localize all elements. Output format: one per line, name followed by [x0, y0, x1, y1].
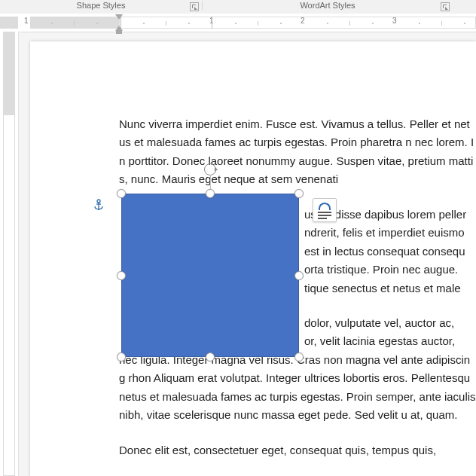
- ruler-number: 3: [392, 17, 397, 25]
- paragraph-line[interactable]: orta tristique. Proin nec augue.: [304, 261, 476, 279]
- selected-shape[interactable]: [121, 194, 299, 357]
- paragraph-line[interactable]: est in lectus consequat consequ: [304, 243, 476, 261]
- resize-handle-bl[interactable]: [117, 352, 126, 362]
- rotate-handle[interactable]: [204, 163, 216, 175]
- vertical-ruler[interactable]: [0, 32, 19, 476]
- group-wordart-styles: WordArt Styles: [300, 1, 355, 10]
- rectangle-shape[interactable]: [121, 194, 299, 357]
- resize-handle-mr[interactable]: [294, 271, 304, 280]
- paragraph-line[interactable]: tique senectus et netus et male: [304, 279, 476, 298]
- left-indent-marker[interactable]: [115, 26, 123, 31]
- shape-styles-launcher[interactable]: [190, 2, 199, 11]
- paragraph[interactable]: Nunc viverra imperdiet enim. Fusce est. …: [119, 115, 476, 189]
- object-anchor-icon[interactable]: [93, 199, 104, 215]
- resize-handle-br[interactable]: [294, 352, 304, 362]
- ruler-number: 2: [301, 17, 305, 25]
- layout-options-button[interactable]: [313, 198, 337, 222]
- layout-options-icon: [313, 199, 336, 221]
- first-line-indent-marker[interactable]: [115, 14, 123, 20]
- horizontal-ruler[interactable]: 1 1 2 3: [0, 14, 476, 32]
- ribbon-group-labels: Shape Styles WordArt Styles: [0, 0, 476, 14]
- resize-handle-bm[interactable]: [206, 352, 215, 362]
- svg-point-0: [97, 200, 100, 203]
- resize-handle-tr[interactable]: [294, 189, 304, 198]
- resize-handle-ml[interactable]: [117, 271, 126, 280]
- resize-handle-tm[interactable]: [206, 189, 215, 198]
- resize-handle-tl[interactable]: [117, 189, 126, 198]
- paragraph-line[interactable]: ndrerit, felis et imperdiet euismo: [304, 224, 476, 242]
- wordart-styles-launcher[interactable]: [441, 2, 450, 11]
- paragraph[interactable]: Donec elit est, consectetuer eget, conse…: [119, 441, 476, 459]
- group-shape-styles: Shape Styles: [77, 1, 126, 10]
- ruler-number: 1: [24, 17, 29, 25]
